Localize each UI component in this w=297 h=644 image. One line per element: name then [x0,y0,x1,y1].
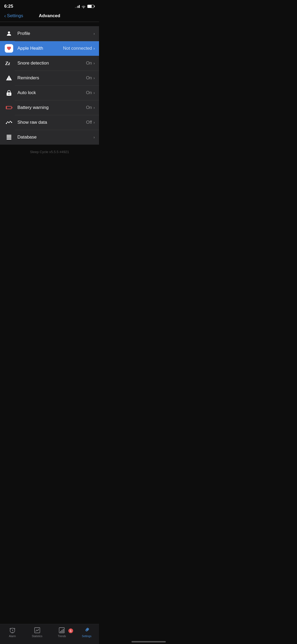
battery-icon [87,5,95,8]
svg-rect-7 [7,136,11,137]
svg-point-5 [11,122,12,123]
svg-rect-9 [7,139,11,140]
signal-icon [75,5,80,8]
database-chevron: › [93,135,95,139]
page-title: Advanced [39,13,60,19]
apple-health-chevron: › [93,46,95,50]
apple-health-label: Apple Health [17,46,63,51]
nav-divider [0,22,99,22]
version-text: Sleep Cycle v5.5.5 #4921 [0,145,99,159]
wave-icon [4,118,14,127]
settings-item-reminders[interactable]: Reminders On › [0,71,99,85]
svg-rect-6 [7,135,11,136]
back-label: Settings [7,13,23,19]
show-raw-data-chevron: › [93,120,95,125]
settings-item-profile[interactable]: Profile › [0,26,99,41]
back-chevron-icon: ‹ [4,13,6,19]
status-time: 6:25 [4,4,13,9]
settings-item-apple-health[interactable]: Apple Health Not connected › [0,41,99,56]
svg-point-0 [8,31,10,34]
snore-chevron: › [93,61,95,65]
back-button[interactable]: ‹ Settings [4,13,23,19]
battery-warning-icon [4,103,14,112]
reminders-value: On [86,75,92,81]
settings-item-show-raw-data[interactable]: Show raw data Off › [0,115,99,130]
apple-health-icon [4,44,14,53]
snore-label: Snore detection [17,61,86,66]
auto-lock-chevron: › [93,91,95,95]
reminders-label: Reminders [17,75,86,81]
show-raw-data-value: Off [86,120,92,125]
auto-lock-label: Auto lock [17,90,86,95]
svg-point-3 [8,94,10,95]
battery-warning-label: Battery warning [17,105,86,110]
settings-item-auto-lock[interactable]: Auto lock On › [0,85,99,100]
status-bar: 6:25 [0,0,99,11]
nav-bar: ‹ Settings Advanced [0,11,99,22]
battery-warning-chevron: › [93,105,95,110]
auto-lock-value: On [86,90,92,95]
lock-icon [4,88,14,98]
reminders-chevron: › [93,76,95,80]
snore-value: On [86,61,92,66]
profile-label: Profile [17,31,92,36]
database-icon [4,132,14,142]
settings-item-battery-warning[interactable]: Battery warning On › [0,100,99,115]
settings-list: Profile › Apple Health Not connected › Z… [0,26,99,145]
svg-rect-8 [7,137,11,138]
settings-item-snore-detection[interactable]: Zz Snore detection On › [0,56,99,71]
person-icon [4,29,14,38]
svg-text:Zz: Zz [5,61,10,66]
battery-warning-value: On [86,105,92,110]
settings-item-database[interactable]: Database › [0,130,99,145]
database-label: Database [17,135,92,140]
warning-icon [4,73,14,83]
status-icons [75,5,95,8]
profile-chevron: › [93,31,95,36]
zzz-icon: Zz [4,58,14,68]
apple-health-value: Not connected [63,46,92,51]
wifi-icon [81,5,86,8]
show-raw-data-label: Show raw data [17,120,86,125]
